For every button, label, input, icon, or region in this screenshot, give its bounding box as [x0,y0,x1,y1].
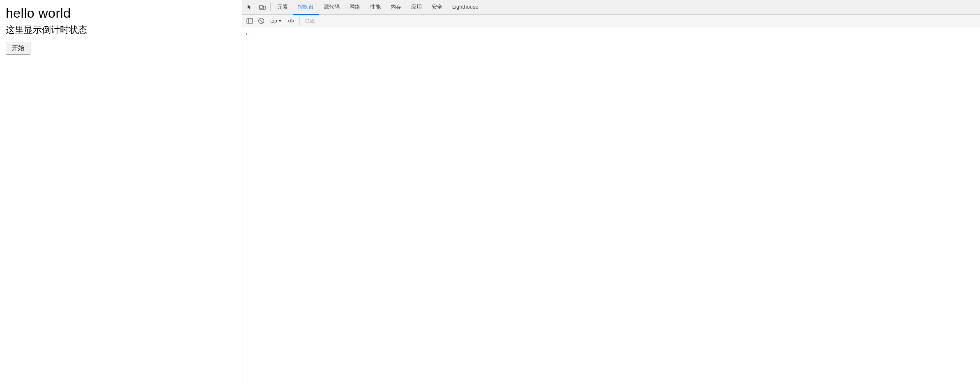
console-toolbar: top ▼ [242,15,980,27]
page-title: hello world [6,5,236,22]
toolbar-separator [299,17,300,25]
devtools-tab-bar: 元素 控制台 源代码 网络 性能 内存 应用 安全 Lighthouse [242,0,980,15]
chevron-down-icon: ▼ [278,18,282,23]
console-prompt-arrow[interactable]: › [246,30,977,38]
tab-application[interactable]: 应用 [406,0,427,15]
clear-console-button[interactable] [256,16,266,26]
svg-marker-5 [250,20,251,22]
tab-console[interactable]: 控制台 [293,0,319,15]
console-sidebar-toggle[interactable] [245,16,255,26]
tab-network[interactable]: 网络 [345,0,365,15]
tab-performance[interactable]: 性能 [365,0,386,15]
tab-separator-1 [270,3,271,11]
tab-memory[interactable]: 内存 [386,0,406,15]
page-subtitle: 这里显示倒计时状态 [6,24,236,37]
console-filter-input[interactable] [303,16,978,25]
webpage-panel: hello world 这里显示倒计时状态 开始 [0,0,242,384]
devtools-panel: 元素 控制台 源代码 网络 性能 内存 应用 安全 Lighthouse [242,0,980,384]
live-expressions-button[interactable] [286,16,296,26]
tab-elements[interactable]: 元素 [272,0,293,15]
tab-security[interactable]: 安全 [427,0,447,15]
console-content: › [242,27,980,384]
context-dropdown[interactable]: top ▼ [268,17,285,25]
svg-line-7 [260,19,263,23]
inspect-element-icon[interactable] [244,1,256,14]
tab-lighthouse[interactable]: Lighthouse [447,0,483,15]
tab-sources[interactable]: 源代码 [319,0,345,15]
device-toolbar-icon[interactable] [256,1,269,14]
context-dropdown-label: top [270,18,277,24]
svg-rect-1 [263,6,265,9]
start-button[interactable]: 开始 [6,42,30,55]
svg-point-8 [290,20,292,22]
